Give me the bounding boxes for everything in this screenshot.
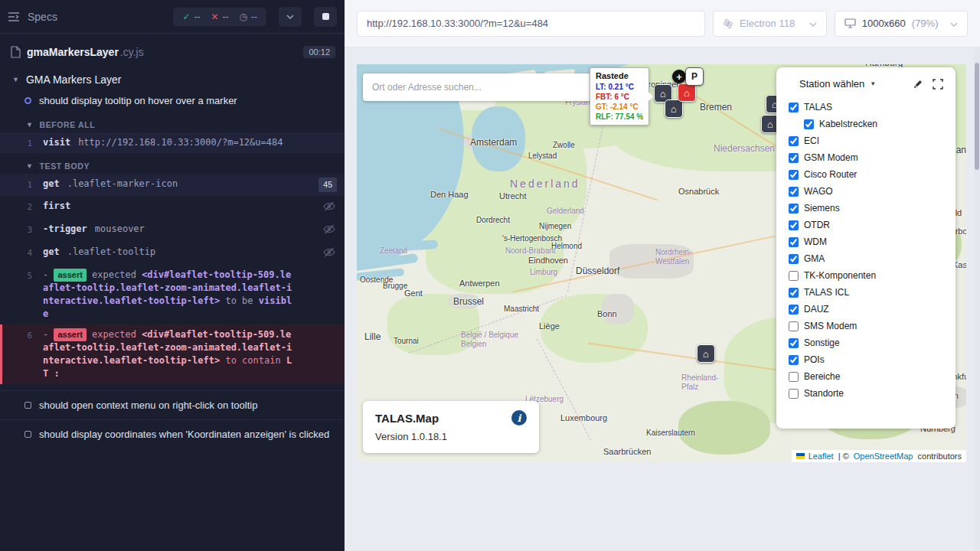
spec-name: gmaMarkersLayer (27, 46, 119, 58)
layer-checkbox-row[interactable]: Cisco Router (789, 166, 943, 183)
pending-count: -- (251, 11, 257, 22)
marker-tooltip[interactable]: Rastede LT: 0.21 °CFBT: 6 °CGT: -2.14 °C… (590, 67, 649, 126)
station-layer-panel: Station wählen ▼ TALASKabelstreckenECIGS… (776, 67, 956, 429)
layer-checkbox[interactable] (804, 119, 814, 129)
station-select[interactable]: Station wählen (799, 78, 864, 90)
command-number: 3 (0, 223, 43, 236)
layer-label: POIs (804, 354, 825, 365)
layer-checkbox-row[interactable]: POIs (789, 351, 943, 368)
cluster-plus-marker[interactable]: + (672, 70, 686, 83)
leaflet-link[interactable]: Leaflet (808, 452, 834, 461)
spec-duration-badge: 00:12 (303, 46, 335, 58)
command-row[interactable]: 2first (0, 196, 345, 219)
active-test-row[interactable]: should display tooltip on hover over a m… (0, 89, 345, 112)
test-body-section[interactable]: ▼ TEST BODY (0, 154, 345, 174)
layer-checkbox[interactable] (789, 103, 799, 112)
layer-checkbox-row[interactable]: DAUZ (789, 301, 943, 318)
info-icon[interactable]: i (511, 410, 527, 425)
collapsed-test-row[interactable]: should display coordinates when 'Koordin… (0, 419, 345, 448)
layer-checkbox-row[interactable]: TALAS (789, 99, 943, 116)
layer-checkbox[interactable] (789, 389, 799, 399)
layer-checkbox[interactable] (789, 220, 799, 230)
layer-checkbox[interactable] (789, 355, 799, 365)
layer-checkbox-row[interactable]: GSM Modem (789, 149, 943, 166)
layer-checkbox-row[interactable]: Sonstige (789, 334, 943, 351)
alert-marker[interactable]: ⌂ (678, 83, 696, 102)
layer-label: Cisco Router (804, 169, 857, 180)
layer-checkbox[interactable] (789, 372, 799, 382)
layer-checkbox[interactable] (789, 187, 799, 197)
layer-label: Sonstige (804, 337, 840, 348)
layer-checkbox-row[interactable]: TALAS ICL (789, 284, 943, 301)
map-label-city: Kaiserslautern (646, 429, 695, 438)
layer-checkbox-row[interactable]: TK-Komponenten (789, 267, 943, 284)
layer-checkbox[interactable] (789, 254, 799, 264)
layer-checkbox[interactable] (789, 288, 799, 298)
tooltip-rows: LT: 0.21 °CFBT: 6 °CGT: -2.14 °CRLF: 77.… (596, 82, 643, 122)
layer-checkbox-row[interactable]: Kabelstrecken (789, 116, 943, 132)
command-row[interactable]: 1get.leaflet-marker-icon45 (0, 174, 345, 196)
specs-menu-icon[interactable] (8, 11, 20, 22)
map-label-city: Nijmegen (539, 222, 571, 231)
layer-checkbox-row[interactable]: Standorte (789, 385, 943, 402)
chevron-down-icon[interactable]: ▼ (870, 80, 876, 87)
map-label-region: Rheinland- Pfalz (681, 373, 718, 391)
layer-checkbox-row[interactable]: SMS Modem (789, 318, 943, 334)
layer-checkbox-row[interactable]: GMA (789, 250, 943, 267)
map-label-city: Zwolle (553, 141, 575, 150)
cypress-reporter: Specs ✓-- ✕-- ◷-- gmaMarkersLayer .cy.js… (0, 0, 345, 551)
command-row[interactable]: 6- assert expected <div#leaflet-tooltip-… (0, 324, 345, 384)
layer-checkbox[interactable] (789, 305, 799, 315)
station-marker[interactable]: ⌂ (697, 344, 715, 363)
layer-checkbox[interactable] (789, 204, 799, 214)
spec-header[interactable]: gmaMarkersLayer .cy.js 00:12 (0, 34, 345, 66)
command-row[interactable]: 4get.leaflet-tooltip (0, 242, 345, 265)
layer-checkbox-row[interactable]: Siemens (789, 200, 943, 217)
map-label-city: Amsterdam (470, 138, 517, 148)
layer-checkbox[interactable] (789, 338, 799, 348)
leaflet-map[interactable]: HamburgBremenGroningenLeeuwardenFryslânN… (357, 64, 966, 462)
fullscreen-icon[interactable] (933, 79, 943, 90)
parking-marker[interactable]: P (685, 67, 704, 86)
map-label-city: Düsseldorf (576, 266, 619, 277)
layer-checkbox[interactable] (789, 237, 799, 247)
element-count-badge: 45 (318, 178, 337, 192)
tooltip-value-row: GT: -2.14 °C (596, 102, 643, 112)
layer-checkbox[interactable] (789, 153, 799, 163)
layer-checkbox[interactable] (789, 321, 799, 331)
browser-select[interactable]: Electron 118 (713, 11, 827, 37)
command-row[interactable]: 3-triggermouseover (0, 219, 345, 242)
collapse-all-button[interactable] (279, 7, 302, 27)
search-input[interactable] (372, 82, 583, 93)
command-row[interactable]: 1visithttp://192.168.10.33:3000/?m=12&u=… (0, 132, 345, 154)
layer-checkbox[interactable] (789, 170, 799, 180)
layer-checkbox-row[interactable]: WDM (789, 233, 943, 250)
layer-checkbox-row[interactable]: WAGO (789, 183, 943, 200)
edit-icon[interactable] (913, 79, 923, 90)
scrollbar-thumb[interactable] (975, 63, 979, 170)
geosearch-control[interactable] (363, 73, 593, 101)
specs-title[interactable]: Specs (28, 11, 57, 23)
viewport-select[interactable]: 1000x660 (79%) (835, 11, 968, 37)
assert-message: - assert expected <div#leaflet-tooltip-5… (43, 269, 300, 321)
stop-button[interactable] (314, 7, 337, 27)
suite-row[interactable]: ▼ GMA Markers Layer (0, 66, 345, 89)
layer-checkbox-row[interactable]: ECI (789, 132, 943, 149)
url-bar[interactable]: http://192.168.10.33:3000/?m=12&u=484 (357, 11, 705, 37)
failed-icon: ✕ (211, 11, 218, 22)
map-label-region: Gelderland (547, 207, 584, 216)
pending-icon: ◷ (240, 11, 247, 22)
collapsed-test-row[interactable]: should open context menu on right-click … (0, 390, 345, 419)
layer-checkbox-row[interactable]: OTDR (789, 217, 943, 233)
osm-link[interactable]: OpenStreetMap (854, 452, 913, 461)
command-row[interactable]: 5- assert expected <div#leaflet-tooltip-… (0, 265, 345, 324)
before-all-section[interactable]: ▼ BEFORE ALL (0, 112, 345, 132)
layer-checkbox[interactable] (789, 136, 799, 146)
layer-checkbox-row[interactable]: Bereiche (789, 368, 943, 385)
layer-checkbox[interactable] (789, 271, 799, 281)
app-scrollbar[interactable] (974, 47, 980, 551)
map-label-city: Dordrecht (476, 216, 510, 225)
station-marker[interactable]: ⌂ (665, 99, 683, 118)
layer-label: TALAS ICL (804, 287, 849, 298)
layer-label: SMS Modem (804, 321, 857, 331)
